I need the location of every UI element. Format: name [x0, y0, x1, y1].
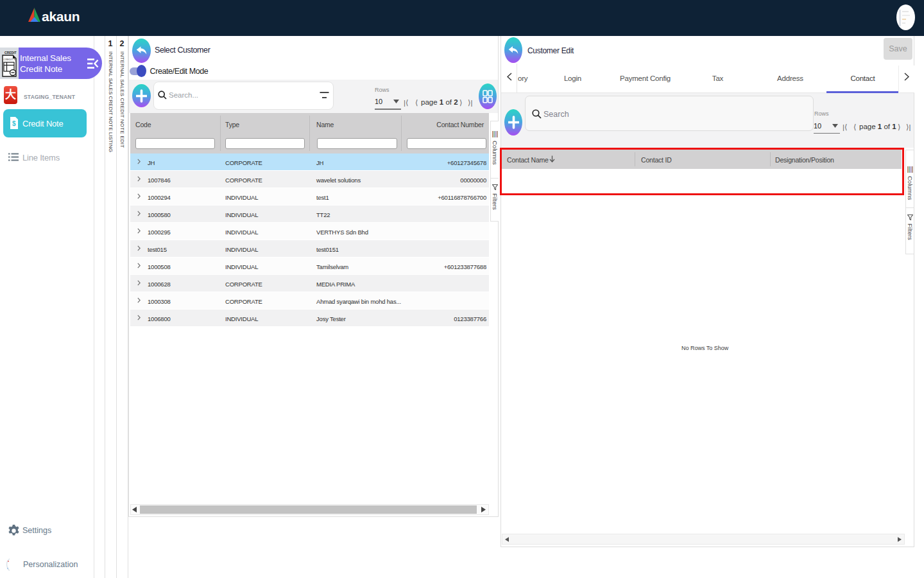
svg-text:$: $: [12, 120, 16, 127]
svg-text:CREDIT: CREDIT: [4, 51, 17, 55]
svg-text:CREDIT N: CREDIT N: [4, 58, 16, 61]
